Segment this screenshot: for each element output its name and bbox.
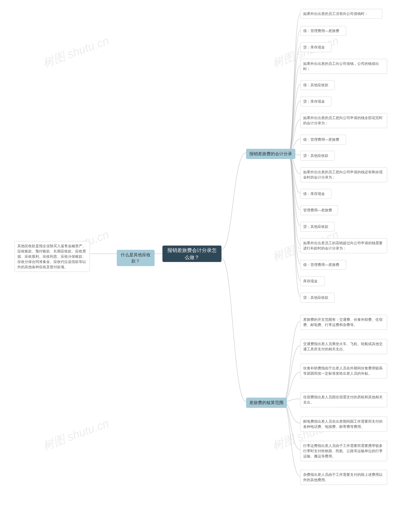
leaf-node: 贷：其他应收款	[300, 151, 335, 161]
leaf-node: 如果外出出差员工的花销超过向公司申请的钱需要进行补款时的会计分录为：	[300, 238, 387, 253]
leaf-node: 借：管理费用—差旅费	[300, 260, 346, 270]
leaf-node: 借：管理费用—差旅费	[300, 26, 346, 36]
leaf-node: 如果外出出差的员工向公司借钱，公司的钱借出时：	[300, 59, 387, 74]
leaf-node: 贷：其他应收款	[300, 293, 335, 302]
leaf-node: 邮电费指出差人员在出差期间因工作需要而支付的各种电话费、电报费、邮寄费等费用。	[300, 417, 387, 432]
leaf-node: 住宿费指出差人员因住宿需支付的房租和其他相关支出。	[300, 392, 387, 407]
leaf-node: 借：库存现金	[300, 189, 331, 199]
leaf-node: 伙食补助费指由于出差人员在外期间伙食费用较高等原因而按一定标准发给出差人员的补贴…	[300, 363, 387, 379]
leaf-node: 借：管理费用—差旅费	[300, 135, 346, 145]
leaf-node: 借：其他应收款	[300, 80, 335, 90]
leaf-node: 交通费指出差人员乘坐火车、飞机、轮船或其他交通工具所支付的相关支出。	[300, 339, 387, 354]
leaf-node: 杂费指出差人员由于工作需要支付的除上述费用以外的其他费用。	[300, 470, 387, 485]
branch-accounting-entries[interactable]: 报销差旅费的会计分录	[246, 149, 295, 159]
branch-scope[interactable]: 差旅费的核算范围	[246, 398, 287, 408]
leaf-node: 如果外出出差的员工没有向公司借钱时：	[300, 9, 382, 19]
leaf-node: 贷：其他应收款	[300, 222, 335, 232]
leaf-node: 如果外出出差的员工把向公司申请的钱还有剩余现金时的会计分录为：	[300, 167, 387, 182]
watermark: 树图 shutu.cn	[40, 416, 111, 454]
leaf-node: 行李运费指出差人员由于工作需要而需要携带较多行李时支付给铁路、民航、公路等运输单…	[300, 441, 387, 461]
root-node[interactable]: 报销差旅费会计分录怎么做？	[162, 246, 221, 262]
leaf-node: 如果外出出差的员工把向公司申请的钱全部花完时的会计分录为：	[300, 113, 387, 128]
leaf-node: 贷：库存现金	[300, 42, 331, 52]
leaf-other-receivables-def: 其他应收款是指企业除买入返售金融资产、应收账款、预付账款、长期应收款、应收票据、…	[15, 241, 90, 272]
branch-other-receivables[interactable]: 什么是其他应收款？	[117, 250, 155, 266]
leaf-node: 管理费用—差旅费	[300, 205, 338, 215]
leaf-node: 贷：库存现金	[300, 97, 331, 107]
watermark: 树图 shutu.cn	[40, 33, 111, 71]
leaf-node: 库存现金	[300, 276, 325, 286]
leaf-node: 差旅费的开支范围有：交通费、伙食补助费、住宿费、邮电费、行李运费和杂费等。	[300, 315, 387, 330]
